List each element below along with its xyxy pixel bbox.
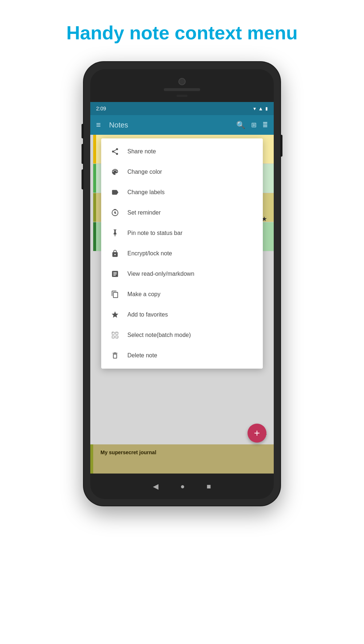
camera-lens — [178, 78, 186, 85]
phone-frame: 2:09 ▾ ▲ ▮ ≡ Notes 🔍 ⊞ ≣ — [84, 62, 280, 506]
toolbar-title: Notes — [109, 121, 230, 129]
top-bezel — [90, 69, 274, 102]
menu-item-share-note[interactable]: Share note — [101, 141, 263, 162]
make-copy-label: Make a copy — [127, 291, 161, 298]
signal-icon: ▲ — [258, 106, 263, 111]
set-reminder-icon — [110, 208, 120, 218]
search-icon[interactable]: 🔍 — [236, 121, 245, 129]
svg-point-2 — [116, 153, 118, 155]
add-favorites-label: Add to favorites — [127, 311, 168, 318]
notes-background: ★ ★ Share note — [90, 135, 274, 474]
change-color-icon — [110, 167, 120, 177]
make-copy-icon — [110, 289, 120, 299]
pin-note-icon — [110, 228, 120, 238]
add-favorites-icon — [110, 310, 120, 320]
speaker-grille — [164, 88, 200, 91]
select-batch-icon — [110, 330, 120, 340]
note-bar-1 — [93, 135, 96, 164]
svg-point-0 — [116, 148, 118, 150]
svg-point-1 — [112, 150, 114, 153]
recent-button[interactable]: ■ — [207, 482, 211, 491]
svg-line-3 — [114, 152, 116, 153]
share-note-label: Share note — [127, 148, 156, 155]
home-button[interactable]: ● — [180, 482, 185, 491]
svg-rect-10 — [112, 332, 114, 334]
wifi-icon: ▾ — [253, 106, 256, 111]
bottom-note-title: My supersecret journal — [100, 449, 268, 455]
volume-down-button — [82, 144, 84, 164]
status-time: 2:09 — [96, 106, 106, 111]
menu-item-change-labels[interactable]: Change labels — [101, 182, 263, 203]
app-toolbar: ≡ Notes 🔍 ⊞ ≣ — [90, 115, 274, 135]
bottom-note-preview: My supersecret journal — [90, 444, 274, 474]
menu-item-delete-note[interactable]: Delete note — [101, 345, 263, 366]
encrypt-note-icon — [110, 248, 120, 259]
svg-rect-12 — [112, 336, 114, 338]
sort-icon[interactable]: ≣ — [262, 121, 268, 129]
encrypt-note-label: Encrypt/lock note — [127, 250, 172, 257]
back-button[interactable]: ◀ — [153, 482, 158, 491]
context-menu: Share note Change color — [101, 138, 263, 369]
share-note-icon — [110, 146, 120, 157]
note-bar-3 — [93, 193, 96, 222]
hamburger-menu-icon[interactable]: ≡ — [96, 120, 100, 130]
svg-rect-11 — [116, 332, 118, 334]
change-labels-icon — [110, 187, 120, 197]
fingerprint-sensor — [177, 95, 187, 97]
phone-screen: 2:09 ▾ ▲ ▮ ≡ Notes 🔍 ⊞ ≣ — [90, 102, 274, 474]
svg-line-4 — [114, 150, 116, 151]
note-bar-4 — [93, 222, 96, 251]
svg-point-9 — [115, 212, 116, 213]
status-bar: 2:09 ▾ ▲ ▮ — [90, 102, 274, 115]
page-title: Handy note context menu — [52, 22, 312, 44]
menu-item-pin-note[interactable]: Pin note to status bar — [101, 223, 263, 243]
change-color-label: Change color — [127, 169, 162, 175]
menu-item-encrypt-note[interactable]: Encrypt/lock note — [101, 243, 263, 264]
set-reminder-label: Set reminder — [127, 209, 161, 216]
delete-note-label: Delete note — [127, 352, 157, 359]
note-bar-2 — [93, 164, 96, 193]
menu-item-select-batch[interactable]: Select note(batch mode) — [101, 325, 263, 345]
menu-item-change-color[interactable]: Change color — [101, 162, 263, 182]
view-markdown-icon — [110, 269, 120, 279]
fab-add-button[interactable]: + — [248, 424, 266, 443]
power-button — [280, 135, 282, 157]
status-icons: ▾ ▲ ▮ — [253, 106, 268, 111]
delete-note-icon — [110, 350, 120, 361]
menu-item-view-markdown[interactable]: View read-only/markdown — [101, 264, 263, 284]
svg-rect-13 — [116, 336, 118, 338]
menu-item-make-copy[interactable]: Make a copy — [101, 284, 263, 305]
fab-plus-icon: + — [254, 427, 260, 439]
camera-button — [82, 169, 84, 189]
grid-view-icon[interactable]: ⊞ — [251, 121, 257, 129]
battery-icon: ▮ — [265, 106, 268, 111]
pin-note-label: Pin note to status bar — [127, 230, 182, 236]
select-batch-label: Select note(batch mode) — [127, 332, 191, 338]
bottom-bezel: ◀ ● ■ — [90, 474, 274, 499]
menu-item-set-reminder[interactable]: Set reminder — [101, 203, 263, 223]
change-labels-label: Change labels — [127, 189, 165, 196]
menu-item-add-favorites[interactable]: Add to favorites — [101, 305, 263, 325]
volume-up-button — [82, 124, 84, 138]
view-markdown-label: View read-only/markdown — [127, 271, 194, 277]
